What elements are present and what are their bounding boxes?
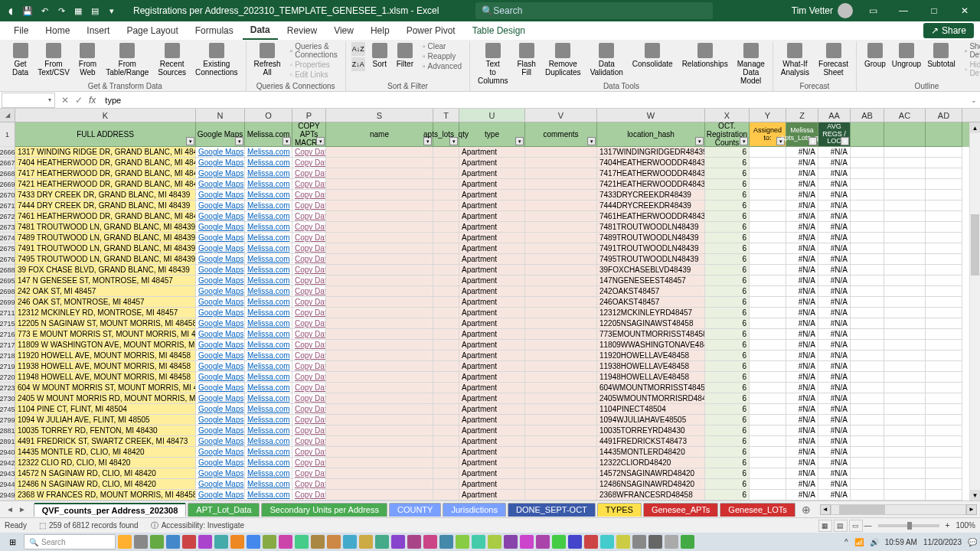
cell-comments[interactable] <box>525 490 597 500</box>
sheet-tab-genesee-apts[interactable]: Genesee_APTs <box>643 503 718 517</box>
cell-copy-data[interactable]: Copy Data <box>292 233 326 243</box>
cell[interactable] <box>884 222 926 233</box>
cell-apts[interactable] <box>433 158 459 168</box>
cell-name[interactable] <box>326 276 433 286</box>
cell-type[interactable]: Apartment <box>459 179 525 190</box>
column-header-X[interactable]: X <box>705 109 750 122</box>
cell-hash[interactable]: 12322CLIORD48420 <box>597 458 705 468</box>
tray-chevron-icon[interactable]: ^ <box>844 538 848 546</box>
cell-comments[interactable] <box>525 372 597 383</box>
cell-melissa[interactable]: Melissa.com <box>245 211 292 222</box>
cell-name[interactable] <box>326 308 433 318</box>
cell-assigned[interactable] <box>750 361 786 372</box>
cell-avg[interactable]: #N/A <box>818 211 851 222</box>
cell[interactable] <box>884 308 926 318</box>
cell-name[interactable] <box>326 147 433 158</box>
recent-sources-button[interactable]: RecentSources <box>155 41 189 78</box>
cell-melissa[interactable]: Melissa.com <box>245 361 292 372</box>
cell-melissa[interactable]: Melissa.com <box>245 436 292 447</box>
cell[interactable] <box>926 361 962 372</box>
cell-hash[interactable]: 1104PINECT48504 <box>597 404 705 415</box>
table-header-AA[interactable]: AVG REGS / LOC▾ <box>818 122 851 147</box>
cell[interactable] <box>926 393 962 404</box>
from-text-csv-button[interactable]: FromText/CSV <box>34 41 73 78</box>
sheet-tab-county[interactable]: COUNTY <box>389 503 441 517</box>
cell-comments[interactable] <box>525 222 597 233</box>
cell-assigned[interactable] <box>750 350 786 361</box>
cell-copy-data[interactable]: Copy Data <box>292 383 326 393</box>
text-to-columns-button[interactable]: Textto Columns <box>475 41 511 86</box>
cell[interactable] <box>926 297 962 308</box>
cell-oct[interactable]: 6 <box>705 158 750 168</box>
cell[interactable] <box>884 318 926 329</box>
cell[interactable] <box>926 233 962 243</box>
cell[interactable] <box>926 372 962 383</box>
cell-melissa[interactable]: Melissa.com <box>245 447 292 458</box>
taskbar-app-icon[interactable] <box>198 535 212 549</box>
cell[interactable] <box>926 415 962 425</box>
tab-help[interactable]: Help <box>363 22 397 39</box>
cell-hash[interactable]: 147NGENESEEST48457 <box>597 276 705 286</box>
system-tray[interactable]: ^ 📶 🔊 10:59 AM 11/20/2023 💬 <box>844 538 977 546</box>
cell-oct[interactable]: 6 <box>705 490 750 500</box>
taskbar-app-icon[interactable] <box>327 535 341 549</box>
cell[interactable] <box>884 233 926 243</box>
cell[interactable] <box>884 436 926 447</box>
row-header[interactable]: 2730 <box>0 393 15 404</box>
cell-apts[interactable] <box>433 404 459 415</box>
cell-melissa-lots[interactable]: #N/A <box>786 361 818 372</box>
cell-type[interactable]: Apartment <box>459 468 525 479</box>
cell-name[interactable] <box>326 179 433 190</box>
cell-type[interactable]: Apartment <box>459 329 525 340</box>
cell[interactable] <box>851 286 884 297</box>
qat-item[interactable]: ▦ <box>72 5 84 17</box>
column-header-AA[interactable]: AA <box>818 109 851 122</box>
cell-name[interactable] <box>326 350 433 361</box>
cell[interactable] <box>851 254 884 265</box>
cell-type[interactable]: Apartment <box>459 340 525 350</box>
tab-view[interactable]: View <box>326 22 361 39</box>
cell-assigned[interactable] <box>750 468 786 479</box>
expand-formula-bar-icon[interactable]: ⌄ <box>968 96 980 104</box>
cell-name[interactable] <box>326 436 433 447</box>
consolidate-button[interactable]: Consolidate <box>629 41 676 70</box>
cell[interactable] <box>851 350 884 361</box>
cell-address[interactable]: 7461 HEATHERWOOD DR, GRAND BLANC, MI 484… <box>15 211 196 222</box>
cell-melissa[interactable]: Melissa.com <box>245 147 292 158</box>
cell-melissa[interactable]: Melissa.com <box>245 158 292 168</box>
cell-oct[interactable]: 6 <box>705 425 750 436</box>
cell-oct[interactable]: 6 <box>705 147 750 158</box>
cell-apts[interactable] <box>433 383 459 393</box>
taskbar-app-icon[interactable] <box>439 535 453 549</box>
cell[interactable] <box>851 479 884 490</box>
cell-melissa-lots[interactable]: #N/A <box>786 211 818 222</box>
cell[interactable] <box>851 436 884 447</box>
cell-oct[interactable]: 6 <box>705 350 750 361</box>
scroll-right-icon[interactable]: ► <box>966 504 977 515</box>
cell-hash[interactable]: 7481TROUTWOODLN48439 <box>597 222 705 233</box>
cell-google-maps[interactable]: Google Maps <box>196 158 245 168</box>
cell-avg[interactable]: #N/A <box>818 490 851 500</box>
filter-dropdown-icon[interactable]: ▾ <box>449 137 458 145</box>
cell-address[interactable]: 11809 W WASHINGTON AVE, MOUNT MORRIS, MI… <box>15 340 196 350</box>
cell-address[interactable]: 12322 CLIO RD, CLIO, MI 48420 <box>15 458 196 468</box>
cell[interactable] <box>926 201 962 211</box>
cell-copy-data[interactable]: Copy Data <box>292 147 326 158</box>
cell-melissa-lots[interactable]: #N/A <box>786 468 818 479</box>
cell-melissa[interactable]: Melissa.com <box>245 297 292 308</box>
group-button[interactable]: Group <box>861 41 889 70</box>
cell-google-maps[interactable]: Google Maps <box>196 276 245 286</box>
cell-oct[interactable]: 6 <box>705 222 750 233</box>
cell-name[interactable] <box>326 329 433 340</box>
row-header[interactable]: 2745 <box>0 404 15 415</box>
tab-power-pivot[interactable]: Power Pivot <box>399 22 463 39</box>
cell-copy-data[interactable]: Copy Data <box>292 222 326 233</box>
cell-apts[interactable] <box>433 340 459 350</box>
cell-comments[interactable] <box>525 404 597 415</box>
filter-dropdown-icon[interactable]: ▾ <box>587 137 596 145</box>
cell-melissa[interactable]: Melissa.com <box>245 308 292 318</box>
cell-avg[interactable]: #N/A <box>818 383 851 393</box>
cell-comments[interactable] <box>525 276 597 286</box>
cell-google-maps[interactable]: Google Maps <box>196 286 245 297</box>
cell-melissa-lots[interactable]: #N/A <box>786 383 818 393</box>
